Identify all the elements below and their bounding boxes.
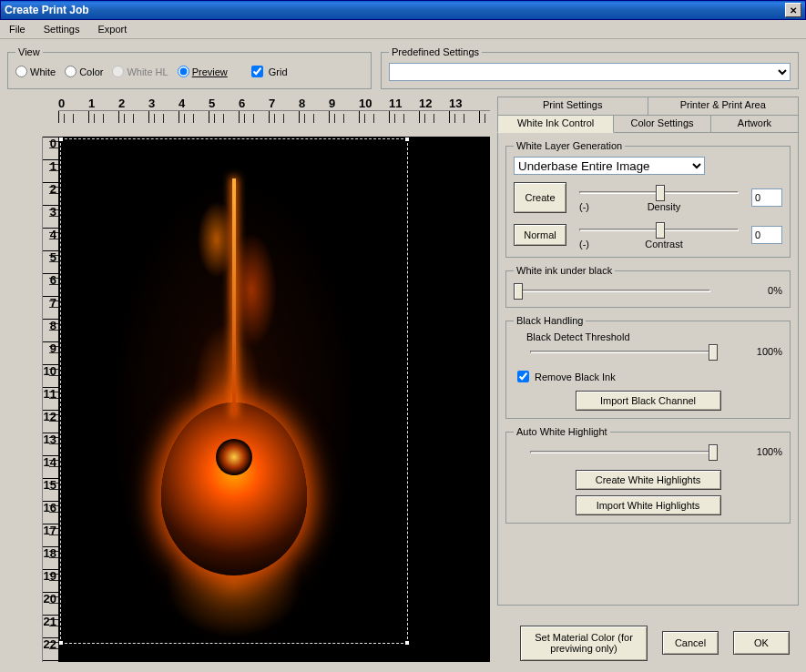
black-threshold-slider[interactable]: [526, 342, 718, 361]
view-radio-preview[interactable]: Preview: [178, 66, 228, 77]
bottom-buttons: Set Material Color (for previwing only) …: [520, 626, 790, 661]
ruler-top-num: 13: [449, 97, 479, 110]
wib-slider[interactable]: [514, 281, 714, 300]
ruler-top-num: 10: [359, 97, 389, 110]
view-color-label: Color: [79, 66, 103, 77]
set-material-color-button[interactable]: Set Material Color (for previwing only): [520, 626, 648, 661]
auto-white-highlight-group: Auto White Highlight 100% Create White H…: [505, 426, 791, 524]
ruler-top-num: 2: [118, 97, 148, 110]
ruler-top-num: 0: [58, 97, 88, 110]
ruler-top-ticks: [58, 110, 490, 123]
tabs-row1: Print Settings Printer & Print Area: [497, 97, 799, 115]
wlg-contrast-value[interactable]: [751, 226, 782, 244]
wlg-density-label: Density: [648, 201, 681, 212]
ok-button[interactable]: OK: [733, 631, 790, 655]
view-legend: View: [15, 46, 43, 57]
remove-black-ink-label: Remove Black Ink: [535, 372, 616, 382]
wlg-density-slider[interactable]: [576, 183, 742, 201]
tab-body-white-ink: White Layer Generation Underbase Entire …: [497, 132, 799, 606]
view-white-label: White: [30, 66, 56, 77]
ruler-top-num: 4: [179, 97, 209, 110]
import-black-channel-button[interactable]: Import Black Channel: [576, 391, 721, 411]
ruler-top-num: 5: [209, 97, 239, 110]
resize-handle-tl[interactable]: [58, 137, 64, 142]
ruler-top-num: 7: [269, 97, 299, 110]
wlg-contrast-label: Contrast: [645, 239, 683, 249]
import-white-highlights-button[interactable]: Import White Highlights: [576, 495, 721, 515]
tab-white-ink-control[interactable]: White Ink Control: [497, 115, 614, 133]
black-threshold-value: 100%: [757, 346, 782, 357]
wlg-density-value[interactable]: [751, 188, 782, 207]
tabs-row2: White Ink Control Color Settings Artwork: [497, 115, 799, 133]
black-handling-group: Black Handling Black Detect Threshold 10…: [505, 315, 791, 419]
predefined-settings-select[interactable]: [389, 63, 791, 81]
ruler-top-num: 1: [88, 97, 118, 110]
white-ink-under-black-group: White ink under black 0%: [505, 265, 791, 308]
selection-bounds[interactable]: [60, 138, 408, 644]
ruler-top-num: 11: [389, 97, 419, 110]
create-white-highlights-button[interactable]: Create White Highlights: [576, 470, 721, 490]
awh-legend: Auto White Highlight: [514, 426, 610, 437]
remove-black-ink-checkbox[interactable]: Remove Black Ink: [514, 368, 782, 385]
white-layer-generation-group: White Layer Generation Underbase Entire …: [505, 140, 791, 258]
preview-area: 012345678910111213 012345678910111213141…: [7, 97, 490, 662]
ruler-left: 012345678910111213141516171819202122: [7, 137, 58, 662]
right-panel: Print Settings Printer & Print Area Whit…: [497, 97, 799, 662]
title-bar: Create Print Job ✕: [0, 0, 806, 20]
awh-slider[interactable]: [526, 443, 718, 461]
tab-printer-area[interactable]: Printer & Print Area: [648, 97, 800, 115]
predefined-legend: Predefined Settings: [389, 46, 482, 57]
window-title: Create Print Job: [5, 4, 785, 16]
ruler-left-ticks: [42, 137, 58, 662]
preview-canvas[interactable]: [58, 137, 490, 662]
ruler-top-num: 9: [329, 97, 359, 110]
ruler-top-num: 6: [239, 97, 269, 110]
view-preview-label: Preview: [192, 66, 228, 77]
wlg-normal-button[interactable]: Normal: [514, 224, 566, 246]
resize-handle-br[interactable]: [404, 640, 410, 646]
menu-export[interactable]: Export: [94, 22, 130, 36]
view-radio-color[interactable]: Color: [65, 66, 103, 77]
ruler-top-num: 8: [299, 97, 329, 110]
resize-handle-tr[interactable]: [404, 137, 410, 142]
menu-file[interactable]: File: [5, 22, 29, 36]
wib-value: 0%: [768, 285, 782, 296]
ruler-top-num: 3: [148, 97, 179, 110]
ruler-top: 012345678910111213: [58, 97, 490, 137]
view-grid-checkbox[interactable]: Grid: [248, 63, 288, 80]
wlg-create-button[interactable]: Create: [514, 182, 566, 213]
wlg-legend: White Layer Generation: [514, 140, 625, 151]
ruler-top-num: 12: [419, 97, 449, 110]
close-button[interactable]: ✕: [785, 3, 801, 17]
resize-handle-bl[interactable]: [58, 640, 64, 646]
awh-value: 100%: [757, 446, 782, 457]
tab-print-settings[interactable]: Print Settings: [497, 97, 648, 115]
tab-artwork[interactable]: Artwork: [710, 115, 799, 133]
view-group: View White Color White HL Preview Grid: [7, 46, 372, 89]
cancel-button[interactable]: Cancel: [662, 631, 719, 655]
tab-color-settings[interactable]: Color Settings: [613, 115, 711, 133]
menu-bar: File Settings Export: [0, 20, 806, 39]
close-icon: ✕: [790, 5, 797, 15]
client-area: View White Color White HL Preview Grid: [0, 39, 806, 672]
view-whitehl-label: White HL: [127, 66, 168, 77]
wlg-contrast-minus: (-): [579, 239, 589, 249]
black-threshold-label: Black Detect Threshold: [526, 331, 782, 342]
black-legend: Black Handling: [514, 315, 586, 326]
wlg-density-minus: (-): [579, 201, 589, 212]
view-radio-white[interactable]: White: [15, 66, 56, 77]
view-radio-whitehl: White HL: [112, 66, 168, 77]
wlg-mode-select[interactable]: Underbase Entire Image: [514, 157, 705, 175]
view-grid-label: Grid: [269, 66, 288, 77]
predefined-settings-group: Predefined Settings: [381, 46, 799, 89]
wlg-contrast-slider[interactable]: [576, 220, 742, 239]
wib-legend: White ink under black: [514, 265, 615, 276]
menu-settings[interactable]: Settings: [40, 22, 84, 36]
